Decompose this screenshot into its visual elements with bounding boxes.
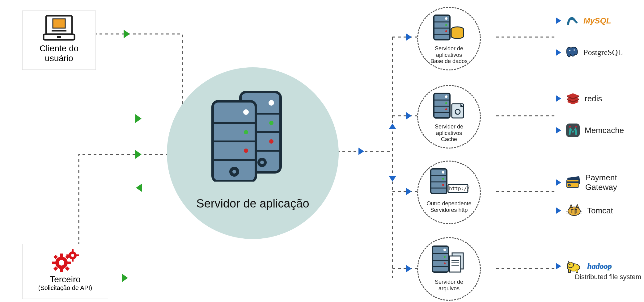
memcache-label: Memcache [585, 126, 624, 135]
http-badge: http:// [449, 186, 470, 191]
db-service-node: Servidor deaplicativosBase de dados [417, 7, 481, 70]
redis-label: redis [585, 94, 602, 103]
svg-point-78 [569, 50, 570, 51]
hadoop-logo-icon [566, 259, 583, 273]
svg-point-77 [570, 18, 571, 19]
svg-text:$: $ [569, 185, 570, 187]
payment-icon: $ [566, 176, 581, 189]
servers-icon [206, 89, 299, 182]
svg-rect-19 [66, 254, 69, 256]
flow-arrow-icon [136, 183, 142, 192]
hadoop-sublabel: Distributed file system [575, 273, 641, 281]
flow-arrow-icon [389, 176, 396, 182]
svg-point-70 [444, 256, 446, 258]
server-cache-icon [432, 91, 466, 120]
gears-icon [47, 247, 84, 275]
tech-payment: $ Payment Gateway [556, 173, 644, 192]
svg-rect-10 [67, 262, 71, 264]
svg-rect-91 [567, 180, 579, 187]
tech-redis: redis [556, 92, 602, 105]
svg-point-52 [445, 102, 447, 104]
svg-point-51 [445, 95, 447, 98]
svg-rect-87 [566, 124, 580, 137]
payment-label: Payment Gateway [585, 173, 644, 192]
svg-point-53 [445, 108, 447, 110]
memcache-logo-icon [566, 123, 580, 138]
flow-arrow-icon [122, 274, 128, 282]
app-server-node: Servidor de aplicação [167, 67, 339, 239]
svg-point-25 [269, 100, 274, 106]
svg-point-27 [269, 139, 273, 144]
svg-point-26 [269, 121, 273, 125]
server-db-icon [432, 13, 466, 42]
svg-point-29 [260, 161, 264, 164]
svg-point-36 [244, 149, 248, 153]
flow-arrow-icon [406, 112, 412, 120]
svg-point-89 [575, 126, 577, 128]
svg-point-16 [71, 254, 74, 257]
svg-rect-18 [72, 259, 74, 262]
svg-rect-39 [434, 15, 450, 40]
caret-icon [556, 179, 561, 186]
caret-icon [556, 95, 561, 102]
svg-point-35 [244, 130, 248, 134]
svg-point-69 [443, 249, 446, 251]
svg-rect-20 [76, 254, 79, 256]
svg-point-38 [232, 170, 236, 174]
flow-arrow-icon [406, 33, 412, 41]
svg-rect-7 [60, 254, 63, 257]
svg-rect-17 [72, 249, 74, 252]
tomcat-label: Tomcat [587, 206, 613, 216]
file-service-node: Servidor dearquivos [417, 237, 481, 301]
flow-arrow-icon [124, 30, 130, 38]
svg-point-63 [442, 184, 444, 186]
caret-icon [556, 18, 561, 24]
svg-marker-96 [570, 204, 572, 208]
svg-point-79 [574, 49, 575, 51]
cache-service-label: Servidor deaplicativosCache [418, 124, 480, 143]
postgres-label: PostgreSQL [583, 48, 623, 57]
svg-rect-8 [60, 268, 63, 272]
svg-point-71 [444, 262, 446, 264]
svg-point-6 [59, 260, 64, 266]
caret-icon [556, 127, 561, 133]
user-client-node: Cliente dousuário [22, 10, 96, 70]
svg-marker-97 [576, 204, 578, 208]
tech-memcache: Memcache [556, 123, 624, 138]
svg-rect-73 [450, 256, 461, 272]
svg-point-43 [445, 17, 447, 20]
svg-rect-2 [53, 19, 65, 28]
flow-arrow-icon [389, 124, 396, 129]
flow-arrow-icon [135, 114, 142, 123]
svg-rect-4 [57, 36, 61, 38]
svg-rect-92 [567, 181, 579, 183]
laptop-icon [40, 14, 78, 44]
postgres-logo-icon [566, 46, 579, 59]
svg-point-34 [243, 109, 249, 115]
third-party-sublabel: (Solicitação de API) [23, 284, 108, 292]
svg-point-61 [442, 171, 444, 174]
svg-point-100 [569, 264, 570, 265]
tech-hadoop: hadoop Distributed file system [556, 259, 612, 273]
third-party-label: Terceiro [23, 275, 108, 284]
mysql-logo-icon [566, 15, 579, 27]
tomcat-logo-icon [566, 204, 583, 217]
caret-icon [556, 49, 561, 56]
flow-arrow-icon [135, 150, 142, 159]
caret-icon [556, 263, 561, 269]
cache-service-node: Servidor deaplicativosCache [417, 85, 481, 149]
svg-point-88 [569, 126, 571, 128]
db-service-label: Servidor deaplicativosBase de dados [418, 45, 480, 65]
third-party-node: Terceiro (Solicitação de API) [22, 244, 108, 299]
user-client-label: Cliente dousuário [23, 44, 95, 63]
svg-rect-65 [432, 246, 448, 272]
http-service-label: Outro dependenteServidores http [418, 200, 480, 213]
hadoop-label: hadoop [587, 262, 612, 271]
svg-point-44 [445, 24, 447, 26]
flow-arrow-icon [358, 148, 364, 155]
svg-point-45 [445, 30, 447, 32]
redis-logo-icon [566, 92, 580, 105]
svg-rect-102 [576, 270, 578, 272]
flow-arrow-icon [406, 188, 412, 195]
app-server-label: Servidor de aplicação [167, 197, 339, 210]
